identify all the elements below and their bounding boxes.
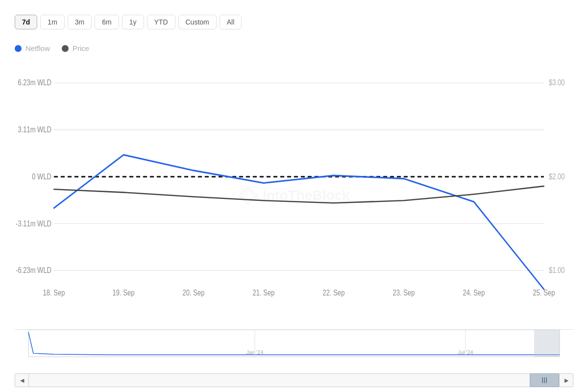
thumb-line-3 [546,377,547,383]
time-range-row: 7d1m3m6m1yYTDCustomAll [15,10,573,34]
svg-text:-6.23m WLD: -6.23m WLD [16,266,51,275]
svg-text:0 WLD: 0 WLD [32,172,51,181]
svg-text:$2.00: $2.00 [549,172,565,181]
scroll-thumb[interactable] [530,373,559,387]
time-btn-3m[interactable]: 3m [68,15,92,29]
scroll-right-arrow[interactable]: ▶ [559,373,573,387]
netflow-dot [15,45,22,52]
svg-text:19. Sep: 19. Sep [113,289,135,297]
svg-text:$3.00: $3.00 [549,78,565,87]
scrollbar[interactable]: ◀ ▶ [15,373,573,387]
time-btn-1m[interactable]: 1m [40,15,64,29]
price-dot [62,45,69,52]
main-container: 7d1m3m6m1yYTDCustomAll Netflow Price Int… [0,0,588,392]
svg-text:23. Sep: 23. Sep [393,289,415,297]
legend-row: Netflow Price [15,44,573,52]
time-btn-6m[interactable]: 6m [95,15,119,29]
svg-rect-30 [534,330,560,357]
time-btn-ytd[interactable]: YTD [147,15,175,29]
svg-text:3.11m WLD: 3.11m WLD [18,125,51,134]
scroll-track[interactable] [29,373,559,387]
price-label: Price [73,44,89,52]
svg-text:6.23m WLD: 6.23m WLD [18,78,51,87]
chart-svg: 6.23m WLD 3.11m WLD 0 WLD -3.11m WLD -6.… [15,64,573,327]
svg-text:18. Sep: 18. Sep [43,289,65,297]
svg-text:$1.00: $1.00 [549,266,565,275]
mini-chart-svg: Jan '24 Jul '24 [15,330,573,362]
svg-text:20. Sep: 20. Sep [183,289,205,297]
thumb-line-2 [544,377,545,383]
svg-text:25. Sep: 25. Sep [533,289,555,297]
main-chart: IntoTheBlock 6.23m WLD 3.11m WLD 0 WLD -… [15,64,573,327]
time-btn-custom[interactable]: Custom [178,15,217,29]
legend-price: Price [62,44,89,52]
legend-netflow: Netflow [15,44,50,52]
svg-text:-3.11m WLD: -3.11m WLD [16,219,51,228]
mini-chart: Jan '24 Jul '24 [15,329,573,373]
svg-text:22. Sep: 22. Sep [323,289,345,297]
time-btn-all[interactable]: All [220,15,242,29]
time-btn-1y[interactable]: 1y [122,15,144,29]
thumb-line-1 [542,377,543,383]
svg-text:21. Sep: 21. Sep [253,289,275,297]
netflow-label: Netflow [25,44,50,52]
time-btn-7d[interactable]: 7d [15,15,37,29]
scroll-left-arrow[interactable]: ◀ [15,373,29,387]
thumb-grip [542,377,547,383]
svg-text:24. Sep: 24. Sep [463,289,485,297]
